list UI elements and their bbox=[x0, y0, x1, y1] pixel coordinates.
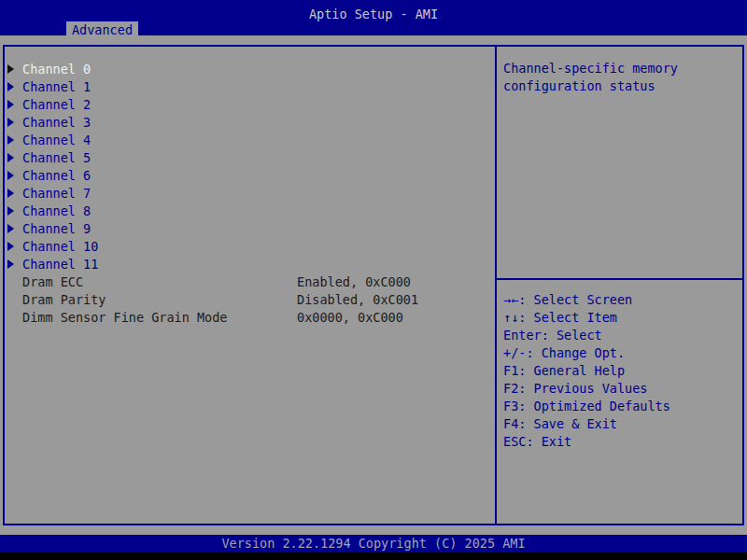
main-panel: Channel 0 Channel 1 Channel 2 Channel 3 … bbox=[3, 45, 744, 525]
key-legend-enter-select: Enter: Select bbox=[503, 327, 737, 344]
page-title: Aptio Setup - AMI bbox=[0, 7, 747, 21]
bottom-black-strip bbox=[0, 553, 747, 560]
submenu-arrow-icon bbox=[7, 118, 22, 127]
version-bar: Version 2.22.1294 Copyright (C) 2025 AMI bbox=[0, 535, 747, 553]
menu-item-label: Channel 0 bbox=[22, 62, 91, 77]
key-legend-select-screen: →←: Select Screen bbox=[503, 291, 737, 309]
menu-item-channel-2[interactable]: Channel 2 bbox=[7, 95, 488, 113]
menu-item-channel-10[interactable]: Channel 10 bbox=[7, 237, 488, 255]
menu-item-label: Channel 10 bbox=[22, 239, 98, 254]
key-legend-esc-exit: ESC: Exit bbox=[503, 433, 737, 451]
tab-advanced[interactable]: Advanced bbox=[66, 21, 138, 39]
bios-screen: Aptio Setup - AMI Advanced Channel 0 Cha… bbox=[0, 0, 747, 560]
channel-menu-list: Channel 0 Channel 1 Channel 2 Channel 3 … bbox=[7, 60, 488, 326]
info-row-dram-ecc: Dram ECC Enabled, 0xC000 bbox=[7, 273, 488, 290]
key-legend-f4-save-exit: F4: Save & Exit bbox=[503, 415, 737, 433]
info-label: Dram Parity bbox=[22, 292, 106, 307]
menu-item-label: Channel 11 bbox=[22, 257, 98, 272]
info-row-dimm-sensor-fine-grain-mode: Dimm Sensor Fine Grain Mode 0x0000, 0xC0… bbox=[7, 308, 488, 326]
submenu-arrow-icon bbox=[7, 64, 22, 74]
menu-item-channel-5[interactable]: Channel 5 bbox=[7, 148, 488, 166]
key-legend-select-item: ↑↓: Select Item bbox=[503, 309, 737, 327]
help-panel-divider bbox=[497, 278, 742, 280]
submenu-arrow-icon bbox=[7, 100, 22, 109]
key-legend-f3-optimized-defaults: F3: Optimized Defaults bbox=[503, 398, 737, 415]
help-panel: Channel-specific memory configuration st… bbox=[497, 47, 742, 524]
menu-item-channel-1[interactable]: Channel 1 bbox=[7, 77, 488, 95]
menu-item-label: Channel 2 bbox=[22, 97, 91, 112]
submenu-arrow-icon bbox=[7, 259, 22, 269]
menu-item-channel-6[interactable]: Channel 6 bbox=[7, 166, 488, 184]
menu-item-label: Channel 9 bbox=[22, 221, 91, 236]
info-value: Disabled, 0xC001 bbox=[297, 292, 418, 307]
info-label: Dram ECC bbox=[22, 274, 83, 289]
key-legend-f1-general-help: F1: General Help bbox=[503, 362, 737, 380]
menu-item-label: Channel 7 bbox=[22, 186, 91, 201]
submenu-arrow-icon bbox=[7, 171, 22, 180]
menu-item-label: Channel 4 bbox=[22, 133, 91, 147]
submenu-arrow-icon bbox=[7, 82, 22, 91]
info-row-dram-parity: Dram Parity Disabled, 0xC001 bbox=[7, 290, 488, 308]
key-legend: →←: Select Screen ↑↓: Select Item Enter:… bbox=[503, 291, 737, 451]
menu-item-label: Channel 8 bbox=[22, 203, 91, 218]
menu-item-label: Channel 3 bbox=[22, 115, 91, 130]
menu-item-channel-0[interactable]: Channel 0 bbox=[7, 60, 488, 77]
menu-item-label: Channel 1 bbox=[22, 79, 91, 94]
menu-item-channel-4[interactable]: Channel 4 bbox=[7, 131, 488, 148]
key-legend-f2-previous-values: F2: Previous Values bbox=[503, 380, 737, 398]
item-help-text: Channel-specific memory configuration st… bbox=[503, 60, 737, 95]
menu-item-label: Channel 6 bbox=[22, 168, 91, 183]
submenu-arrow-icon bbox=[7, 242, 22, 251]
submenu-arrow-icon bbox=[7, 189, 22, 198]
info-label: Dimm Sensor Fine Grain Mode bbox=[22, 310, 227, 325]
menu-item-channel-8[interactable]: Channel 8 bbox=[7, 202, 488, 219]
menu-item-channel-7[interactable]: Channel 7 bbox=[7, 184, 488, 202]
menu-item-channel-11[interactable]: Channel 11 bbox=[7, 255, 488, 273]
submenu-arrow-icon bbox=[7, 206, 22, 216]
key-legend-change-opt: +/-: Change Opt. bbox=[503, 344, 737, 362]
submenu-arrow-icon bbox=[7, 153, 22, 162]
info-value: Enabled, 0xC000 bbox=[297, 274, 411, 289]
info-value: 0x0000, 0xC000 bbox=[297, 310, 403, 325]
menu-item-channel-9[interactable]: Channel 9 bbox=[7, 219, 488, 237]
version-text: Version 2.22.1294 Copyright (C) 2025 AMI bbox=[221, 536, 525, 551]
menu-item-label: Channel 5 bbox=[22, 150, 91, 165]
submenu-arrow-icon bbox=[7, 135, 22, 145]
menu-item-channel-3[interactable]: Channel 3 bbox=[7, 113, 488, 131]
submenu-arrow-icon bbox=[7, 224, 22, 233]
